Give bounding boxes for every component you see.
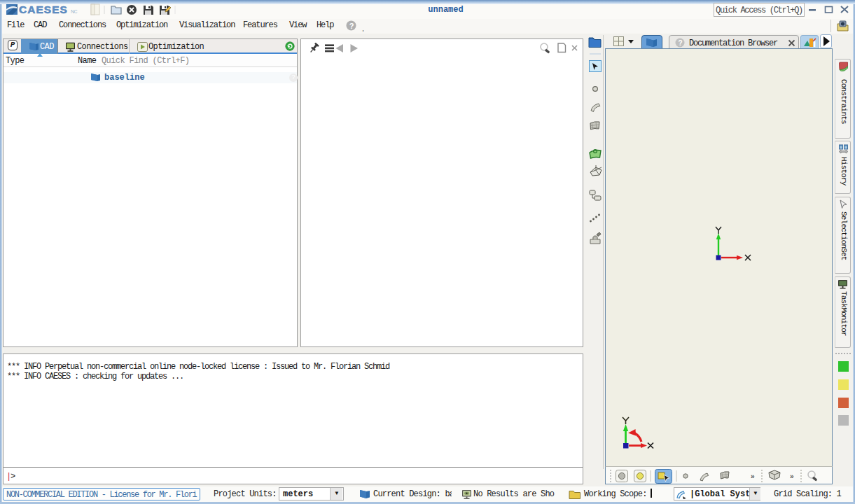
svg-text:»: »	[751, 472, 755, 480]
svg-text:»: »	[790, 472, 794, 480]
